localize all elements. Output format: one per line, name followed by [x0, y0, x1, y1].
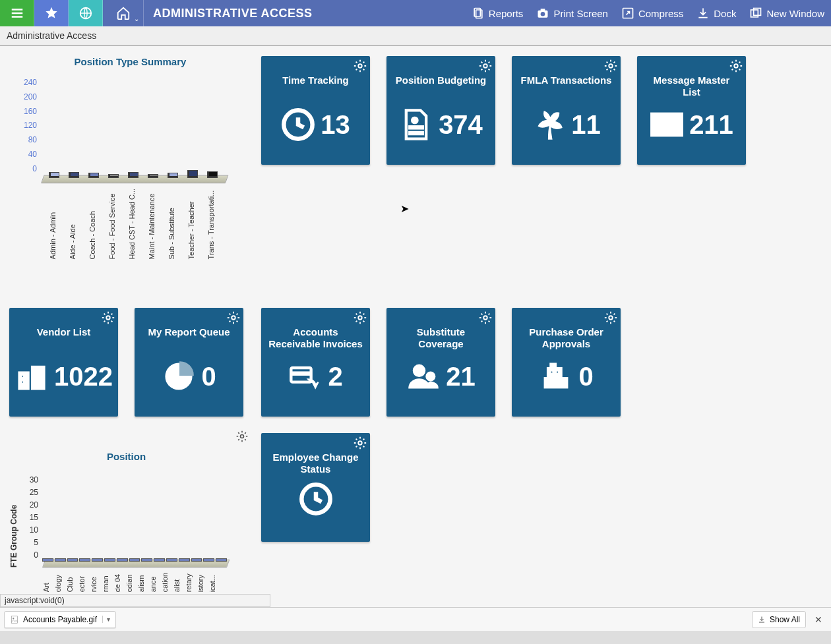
gear-icon[interactable] [353, 59, 367, 73]
compress-label: Compress [638, 8, 683, 19]
dock-label: Dock [714, 8, 736, 19]
gear-icon[interactable] [226, 310, 241, 325]
new-window-button[interactable]: New Window [743, 0, 831, 26]
browser-status-bar: javascript:void(0) [0, 594, 270, 607]
reports-icon [472, 7, 485, 20]
chart2-ylabel: FTE Group Code [9, 475, 18, 568]
svg-rect-8 [754, 9, 761, 16]
print-screen-button[interactable]: Print Screen [530, 0, 615, 26]
buildings-icon [15, 359, 49, 394]
svg-point-34 [551, 370, 553, 373]
dock-button[interactable]: Dock [690, 0, 743, 26]
window-bottom-strip [0, 631, 831, 644]
svg-rect-7 [751, 10, 758, 17]
download-icon [758, 616, 766, 624]
reports-button[interactable]: Reports [465, 0, 530, 26]
globe-icon [78, 6, 93, 20]
svg-rect-22 [22, 381, 24, 384]
svg-rect-20 [32, 366, 45, 390]
cash-register-icon [539, 359, 573, 394]
tile-vendor-list[interactable]: Vendor List 1022 [9, 308, 118, 417]
clock-icon [299, 482, 333, 516]
tile-value: 211 [689, 110, 733, 140]
svg-point-29 [427, 372, 435, 381]
dock-icon [696, 7, 710, 20]
gear-icon[interactable] [603, 310, 618, 325]
tile-time-tracking[interactable]: Time Tracking 13 [261, 56, 370, 165]
browser-download-bar: Accounts Payable.gif ▾ Show All ✕ [0, 607, 831, 631]
tile-fmla-transactions[interactable]: FMLA Transactions 11 [512, 56, 621, 165]
tile-employee-change-status[interactable]: Employee Change Status [261, 433, 370, 542]
gear-icon[interactable] [603, 59, 618, 73]
svg-rect-33 [551, 364, 557, 368]
hamburger-icon [10, 6, 24, 20]
gear-icon[interactable] [353, 436, 367, 450]
svg-point-9 [358, 64, 362, 68]
tile-value: 11 [571, 110, 601, 140]
svg-rect-13 [409, 126, 423, 129]
gear-icon[interactable] [353, 310, 367, 325]
chevron-down-icon[interactable]: ▾ [102, 616, 110, 623]
newwin-label: New Window [766, 8, 824, 19]
show-all-button[interactable]: Show All [752, 611, 806, 628]
tile-message-master-list[interactable]: Message Master List 211 [637, 56, 746, 165]
svg-point-40 [13, 618, 14, 619]
star-icon [44, 6, 59, 20]
chart2-yaxis: 30 25 20 15 10 5 0 [22, 475, 38, 560]
camera-icon [536, 7, 549, 20]
chart2-plot: Art ology Club ector rvice rman de 04 od… [42, 475, 227, 568]
chart1-xlabels: Admin - Admin Aide - Aide Coach - Coach … [46, 189, 226, 259]
chart-position-type-summary[interactable]: Position Type Summary 240 200 160 120 80… [13, 56, 247, 293]
home-icon [116, 6, 131, 20]
tile-value: 1022 [54, 362, 113, 392]
envelope-icon [650, 107, 684, 142]
compress-button[interactable]: Compress [615, 0, 690, 26]
print-label: Print Screen [553, 8, 608, 19]
svg-point-12 [412, 117, 418, 124]
svg-point-36 [241, 435, 244, 438]
download-filename: Accounts Payable.gif [23, 615, 97, 624]
dashboard: Position Type Summary 240 200 160 120 80… [0, 46, 831, 54]
tile-value: 0 [201, 362, 216, 392]
svg-point-16 [734, 64, 738, 68]
document-person-icon [399, 107, 433, 142]
svg-rect-26 [292, 372, 311, 375]
tile-substitute-coverage[interactable]: Substitute Coverage 21 [386, 308, 495, 417]
chart2-xlabels: Art ology Club ector rvice rman de 04 od… [42, 573, 227, 592]
svg-point-30 [609, 316, 613, 320]
gear-icon[interactable] [235, 430, 249, 443]
chart1-plot: Admin - Admin Aide - Aide Coach - Coach … [41, 78, 226, 183]
tile-po-approvals[interactable]: Purchase Order Approvals 0 [512, 308, 621, 417]
svg-point-11 [483, 64, 487, 68]
close-download-bar-button[interactable]: ✕ [810, 614, 827, 625]
breadcrumb: Administrative Access [0, 26, 831, 46]
gear-icon[interactable] [101, 310, 115, 325]
download-item[interactable]: Accounts Payable.gif ▾ [4, 611, 116, 628]
chart2-title: Position [9, 451, 243, 462]
palm-tree-icon [532, 107, 566, 142]
top-toolbar: ⌄ ADMINISTRATIVE ACCESS Reports Print Sc… [0, 0, 831, 26]
chevron-down-icon: ⌄ [134, 15, 139, 22]
svg-point-24 [358, 316, 362, 320]
chart-position[interactable]: Position FTE Group Code 30 25 20 15 10 5… [9, 435, 243, 600]
home-button[interactable]: ⌄ [103, 0, 144, 26]
gear-icon[interactable] [478, 59, 493, 73]
compress-icon [621, 7, 634, 20]
new-window-icon [749, 7, 762, 20]
svg-point-18 [106, 316, 110, 320]
favorites-button[interactable] [34, 0, 69, 26]
chart1-title: Position Type Summary [13, 56, 247, 67]
page-title: ADMINISTRATIVE ACCESS [153, 7, 313, 20]
hamburger-menu-button[interactable] [0, 0, 34, 26]
globe-button[interactable] [69, 0, 103, 26]
tile-ar-invoices[interactable]: Accounts Receivable Invoices 2 [261, 308, 370, 417]
svg-rect-32 [547, 368, 562, 378]
reports-label: Reports [489, 8, 524, 19]
credit-card-arrow-icon [288, 359, 323, 394]
image-file-icon [10, 615, 19, 624]
tile-position-budgeting[interactable]: Position Budgeting 374 [386, 56, 495, 165]
tile-value: 13 [321, 110, 350, 140]
gear-icon[interactable] [729, 59, 743, 73]
gear-icon[interactable] [478, 310, 493, 325]
tile-my-report-queue[interactable]: My Report Queue 0 [135, 308, 243, 417]
